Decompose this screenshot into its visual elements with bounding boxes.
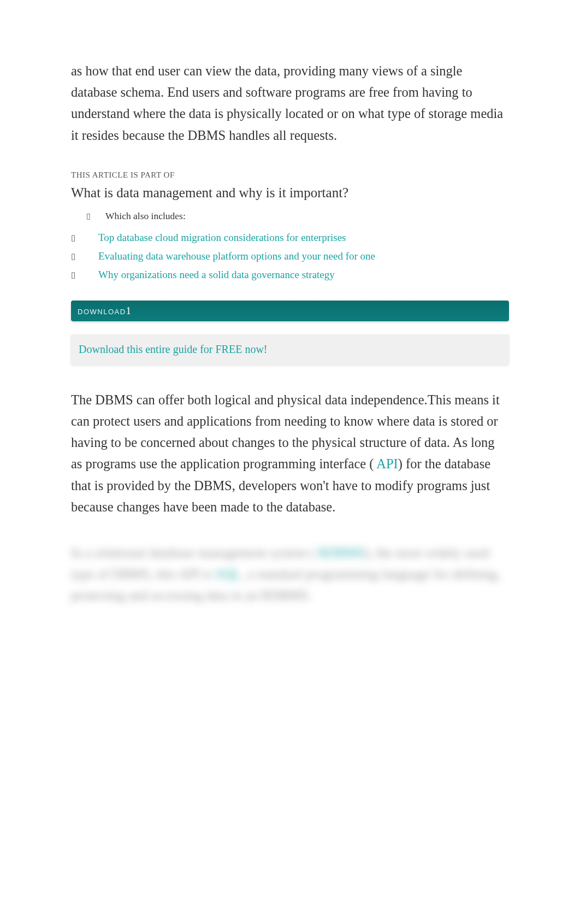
partof-title[interactable]: What is data management and why is it im… [71, 185, 509, 201]
related-article-link[interactable]: Top database cloud migration considerati… [98, 232, 346, 244]
related-article-link[interactable]: Evaluating data warehouse platform optio… [98, 250, 375, 262]
locked-content: In a relational database management syst… [71, 542, 509, 607]
locked-paragraph: In a relational database management syst… [71, 542, 509, 607]
download-cta-box: Download this entire guide for FREE now! [71, 334, 509, 364]
related-articles-list: ▯ Top database cloud migration considera… [71, 228, 509, 284]
download-bar[interactable]: DOWNLOAD1 [71, 301, 509, 321]
which-also-includes-label: Which also includes: [105, 210, 186, 222]
bullet-icon: ▯ [71, 233, 98, 243]
bullet-icon: ▯ [71, 270, 98, 280]
locked-seg1: In a relational database management syst… [71, 545, 315, 560]
intro-paragraph: as how that end user can view the data, … [71, 60, 509, 146]
download-label: DOWNLOAD [78, 308, 126, 316]
download-count: 1 [126, 305, 132, 316]
bullet-icon: ▯ [86, 211, 92, 221]
related-article-link[interactable]: Why organizations need a solid data gove… [98, 269, 335, 281]
which-also-includes-row: ▯ Which also includes: [71, 210, 509, 222]
bullet-icon: ▯ [71, 251, 98, 261]
sql-link: SQL [216, 567, 241, 581]
list-item: ▯ Evaluating data warehouse platform opt… [71, 247, 509, 266]
body-paragraph: The DBMS can offer both logical and phys… [71, 389, 509, 517]
api-link[interactable]: API [376, 456, 398, 471]
article-content: as how that end user can view the data, … [0, 0, 580, 924]
list-item: ▯ Why organizations need a solid data go… [71, 266, 509, 284]
list-item: ▯ Top database cloud migration considera… [71, 228, 509, 247]
rdbms-link: RDBMS [318, 545, 365, 560]
download-guide-link[interactable]: Download this entire guide for FREE now! [79, 343, 268, 355]
partof-label: THIS ARTICLE IS PART OF [71, 170, 509, 180]
